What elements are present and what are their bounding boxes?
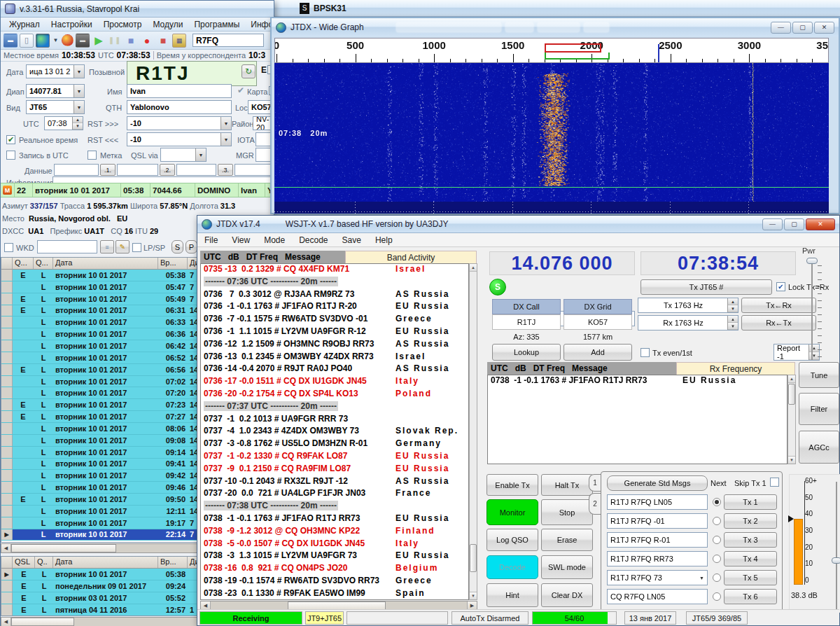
decode-row[interactable]: 0736 -1 1.1 1015 # LY2VM UA9FGR R-12EU R… [201,326,468,339]
qsl-via-combo[interactable]: ▼ [160,148,206,162]
decode-row[interactable]: 0737 -9 0.1 2150 # CQ RA9FIM LO87EU Russ… [201,464,468,476]
utc-spinner[interactable]: 07:38▲▼ [44,116,83,130]
log-qso-button[interactable]: Log QSO [486,529,538,551]
toolbar-icon[interactable]: ❚❚ [108,34,122,48]
decode-row[interactable]: 0738 -1 -0.1 1763 # JF1FAO R1TJ RR73EU R… [201,513,468,526]
name-field[interactable]: Ivan [127,84,232,98]
maximize-button[interactable]: ▢ [792,22,813,34]
right-slider-handle[interactable] [832,557,840,564]
tx-select-button[interactable]: Tx 5 [724,570,777,585]
jtdx-menu-item[interactable]: Decode [292,234,335,246]
decode-row[interactable]: 0736 -17 -0.0 1511 # CQ DX IU1GDK JN45It… [201,376,468,389]
tx-even-checkbox[interactable] [640,348,650,357]
toolbar-icon[interactable]: ▯ [20,34,34,48]
decode-button[interactable]: Decode [486,555,538,579]
minimize-button[interactable]: — [762,218,783,230]
tx-select-button[interactable]: Tx 1 [724,494,777,510]
rx-freq-spinner[interactable]: Rx 1763 Hz▲▼ [638,315,738,331]
lpsp-checkbox[interactable] [132,243,141,252]
clear-dx-button[interactable]: Clear DX [541,583,593,607]
decode-row[interactable]: 0738 -23 0.1 1330 # R9FAK EA5WO IM99Spai… [201,588,468,600]
decode-row[interactable]: 0738 -1 -0.1 1763 # JF1FAO R1TJ RR73EU R… [488,375,787,388]
toolbar-icon[interactable]: ■ [124,34,138,48]
logger-menu-item[interactable]: Просмотр [99,19,146,30]
dx-call-value[interactable]: R1TJ [492,314,561,330]
waterfall[interactable] [274,63,829,202]
tx-message-input[interactable]: R1TJ R7FQ -01▼ [607,513,708,529]
frequency-scale[interactable]: 0500100015002000250030003500 [274,38,829,63]
decode-row[interactable]: 0738 -3 1.3 1015 # LY2VM UA9FGR 73EU Rus… [201,550,468,563]
rx-from-tx-button[interactable]: Rx←Tx [741,315,816,331]
decode-row[interactable]: 0735 -13 0.2 1329 # CQ 4X4FD KM71Israel [201,264,468,277]
decode-row[interactable]: ------- 07:37 UTC ---------- 20m ------ [201,401,468,414]
tune-button[interactable]: Tune [799,362,839,388]
data-field-2[interactable] [176,164,216,176]
logger-menu-item[interactable]: Модули [148,19,187,30]
msgs-tab-1[interactable]: 1 [589,474,601,492]
decode-row[interactable]: 0737 -4 1.0 2343 # 4Z4DX OM3WBY 73Slovak… [201,426,468,438]
wkd-field[interactable] [37,240,97,253]
tx-message-input[interactable]: R1TJ R7FQ 73▼ [607,570,708,585]
tx-message-input[interactable]: CQ R7FQ LN05▼ [607,589,708,604]
swl-mode-button[interactable]: SWL mode [541,555,593,579]
decode-row[interactable]: 0738 -9 -1.2 3012 @ CQ OH3MNC KP22Finlan… [201,526,468,538]
stop-button[interactable]: Stop [541,499,593,525]
toolbar-icon[interactable]: ▬ [4,34,18,48]
toolbar-icon[interactable]: ■ [156,34,170,48]
rst-rcvd-combo[interactable]: -10▼ [127,132,232,146]
logger-menu-item[interactable]: Журнал [5,19,44,30]
tx-select-button[interactable]: Tx 6 [724,589,777,604]
skip-tx1-checkbox[interactable] [770,478,779,487]
tx-message-radio[interactable] [713,573,721,582]
decode-row[interactable]: ------- 07:36 UTC ---------- 20m ------ [201,277,468,289]
decode-row[interactable]: 0736 -12 1.2 1509 # OH3MNC R9OBJ RR73AS … [201,339,468,352]
decode-row[interactable]: 0738 -19 -0.1 1574 # RW6ATD SV3DVO RR73G… [201,576,468,588]
data-field-0[interactable] [54,164,99,176]
agc-button[interactable]: AGCc [799,431,839,464]
enable-tx-button[interactable]: Enable Tx [486,474,538,496]
tx-mode-button[interactable]: Tx JT65 # [640,279,772,295]
tx-message-input[interactable]: R1TJ R7FQ R-01▼ [607,532,708,548]
pen-icon[interactable]: ✎ [115,240,130,253]
data-field-3[interactable] [234,164,275,176]
decode-row[interactable]: 0736 7 0.3 3012 @ RJ3AA RM9RZ 73AS Russi… [201,289,468,302]
decode-row[interactable]: 0737 -3 -0.8 1762 # US5LO DM3HZN R-01Ger… [201,438,468,451]
decode-row[interactable]: ------- 07:38 UTC ---------- 20m ------ [201,501,468,513]
wkd-checkbox[interactable] [4,243,13,252]
toolbar-icon[interactable]: ▼ [52,34,59,48]
lookup-button[interactable]: Lookup [492,344,561,361]
jtdx-menu-item[interactable]: Mode [257,234,292,246]
msgs-tab-2[interactable]: 2 [589,493,601,515]
logger-menu-item[interactable]: Настройки [47,19,97,30]
report-spinner[interactable]: Report -1▲▼ [774,344,820,361]
pwr-slider-track[interactable] [811,258,813,360]
data-field-1[interactable] [117,164,158,176]
current-qso-row[interactable]: М 22 вторник 10 01 2017 05:38 7044.66 DO… [1,183,275,197]
pwr-slider-handle[interactable] [806,258,818,264]
jtdx-menu-item[interactable]: View [225,234,257,246]
decode-row[interactable]: 0738 -16 0.8 921 # CQ ON4PS JO20Belgium [201,563,468,576]
toolbar-icon[interactable] [36,34,50,48]
toolbar-icon[interactable]: ▬ [76,34,90,48]
tx-from-rx-button[interactable]: Tx←Rx [741,298,816,313]
date-combo[interactable]: ица 13 01 2▼ [26,64,85,78]
tx-message-radio[interactable] [713,555,721,563]
filter-button[interactable]: Filter [799,393,839,425]
decode-row[interactable]: 0736 -7 -0.1 1575 # RW6ATD SV3DVO -01Gre… [201,314,468,326]
tx-message-radio[interactable] [713,592,721,601]
lock-txrx-checkbox[interactable] [776,282,785,291]
tx-message-radio[interactable] [713,517,721,525]
decode-row[interactable]: 0737 -1 -0.2 1330 # CQ R9FAK LO87EU Russ… [201,451,468,464]
toolbar-icon[interactable]: ▶ [92,34,106,48]
tx-message-input[interactable]: R1TJ R7FQ LN05▼ [607,494,708,510]
tx-range-marker[interactable] [545,43,601,53]
decode-row[interactable]: 0736 -13 0.1 2345 # OM3WBY 4Z4DX RR73Isr… [201,352,468,364]
jtdx-menu-item[interactable]: File [197,234,225,246]
decode-row[interactable]: 0738 -5 -0.0 1507 # CQ DX IU1GDK JN45Ita… [201,538,468,551]
rx-frequency-vscrollbar[interactable]: ▲▼ [788,375,796,464]
decode-row[interactable]: 0736 -14 -0.4 2070 # R9JT RA0J PO40AS Ru… [201,363,468,376]
maximize-button[interactable]: ▢ [784,218,804,230]
rec-utc-checkbox[interactable] [6,151,15,160]
jtdx-menu-item[interactable]: Save [335,234,368,246]
close-button[interactable]: ✕ [814,22,834,34]
